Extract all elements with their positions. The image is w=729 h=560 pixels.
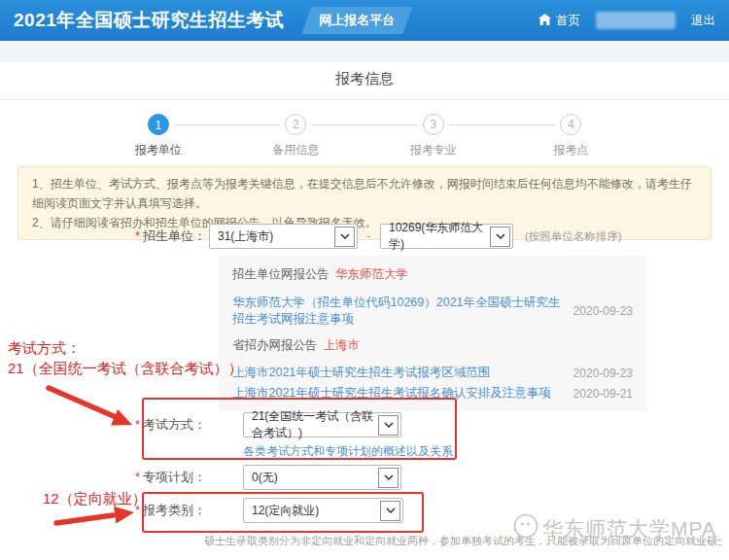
select-value: 31(上海市) <box>218 228 273 245</box>
username-blurred <box>596 12 676 29</box>
home-link-label: 首页 <box>556 13 580 29</box>
announcement-link[interactable]: 上海市2021年硕士研究生招生考试报名确认安排及注意事项 <box>232 385 551 402</box>
required-asterisk: * <box>135 470 140 484</box>
app-header: 2021年全国硕士研究生招生考试 网上报名平台 首页 退出 <box>0 0 729 41</box>
registration-page: 2021年全国硕士研究生招生考试 网上报名平台 首页 退出 报考信息 1 报考单… <box>0 0 729 560</box>
required-asterisk: * <box>135 228 140 243</box>
step-exam-site: 4 报考点 <box>503 114 641 158</box>
announcement-date: 2020-09-23 <box>573 367 633 380</box>
announcement-item: 上海市2021年硕士研究生招生考试报名确认安排及注意事项 2020-09-21 <box>232 385 633 402</box>
announcement-item: 华东师范大学（招生单位代码10269）2021年全国硕士研究生招生考试网报注意事… <box>232 295 633 328</box>
step-major: 3 报考专业 <box>364 114 503 158</box>
select-value: 0(无) <box>252 470 278 486</box>
step-circle: 3 <box>423 114 444 135</box>
step-circle: 4 <box>560 114 581 135</box>
recruit-province-select[interactable]: 31(上海市) <box>209 224 358 249</box>
recruit-unit-select[interactable]: 10269(华东师范大学) <box>380 224 513 249</box>
notice-line-1: 1、招生单位、考试方式、报考点等为报考关键信息，在提交信息后不允许修改，网报时间… <box>32 174 697 213</box>
select-value: 12(定向就业) <box>252 503 319 519</box>
recruit-unit-label: *招生单位： <box>0 224 206 249</box>
chevron-down-icon <box>490 227 510 247</box>
step-label: 报考专业 <box>364 142 503 158</box>
chevron-down-icon <box>378 468 399 488</box>
sort-note: (按照单位名称排序) <box>525 224 622 249</box>
announcement-title: 招生单位网报公告华东师范大学 <box>232 266 633 283</box>
wizard-stepper: 1 报考单位 2 备用信息 3 报考专业 4 报考点 <box>89 114 640 158</box>
watermark-text: 华东师范大学MPA <box>542 515 716 542</box>
announcement-link[interactable]: 上海市2021年硕士研究生招生考试报考区域范围 <box>232 365 490 381</box>
announcement-link[interactable]: 华东师范大学（招生单位代码10269）2021年全国硕士研究生招生考试网报注意事… <box>232 295 564 328</box>
step-label: 备用信息 <box>227 142 365 158</box>
special-plan-select[interactable]: 0(无) <box>243 465 401 490</box>
logout-link[interactable]: 退出 <box>691 13 715 29</box>
home-link[interactable]: 首页 <box>538 13 580 29</box>
announcement-highlight: 华东师范大学 <box>335 267 408 281</box>
province-announcement-block: 省招办网报公告上海市 上海市2021年硕士研究生招生考试报考区域范围 2020-… <box>219 327 646 411</box>
step-recruit-unit: 1 报考单位 <box>89 114 227 158</box>
home-icon <box>538 14 551 28</box>
announcement-title: 省招办网报公告上海市 <box>232 337 633 354</box>
step-label: 报考点 <box>503 142 641 158</box>
wechat-logo-icon <box>512 512 539 544</box>
platform-badge: 网上报名平台 <box>301 7 412 34</box>
unit-announcement-block: 招生单位网报公告华东师范大学 华东师范大学（招生单位代码10269）2021年全… <box>219 256 646 337</box>
announcement-date: 2020-09-21 <box>573 387 633 401</box>
header-nav: 首页 退出 <box>538 12 715 29</box>
chevron-down-icon <box>378 415 399 436</box>
dash-separator: - <box>366 224 370 249</box>
exam-mode-select[interactable]: 21(全国统一考试（含联合考试）) <box>243 412 401 438</box>
watermark: 华东师范大学MPA <box>512 512 716 544</box>
app-title: 2021年全国硕士研究生招生考试 <box>14 8 284 33</box>
announcement-highlight: 上海市 <box>324 338 361 352</box>
exam-mode-annotation: 考试方式： 21（全国统一考试（含联合考试）） <box>8 337 243 378</box>
subheader-strip <box>0 41 729 62</box>
select-value: 10269(华东师范大学) <box>389 220 490 253</box>
exam-mode-info-link[interactable]: 各类考试方式和专项计划的概述以及关系 <box>243 443 453 460</box>
step-backup-info: 2 备用信息 <box>227 114 365 158</box>
chevron-down-icon <box>334 227 355 247</box>
step-circle: 1 <box>148 114 169 135</box>
announcement-date: 2020-09-23 <box>573 304 633 318</box>
category-select[interactable]: 12(定向就业) <box>243 498 403 523</box>
announcement-item: 上海市2021年硕士研究生招生考试报考区域范围 2020-09-23 <box>232 365 633 381</box>
select-value: 21(全国统一考试（含联合考试）) <box>252 408 378 441</box>
required-asterisk: * <box>135 417 140 432</box>
title-divider <box>0 99 729 100</box>
step-label: 报考单位 <box>89 142 227 158</box>
category-annotation: 12（定向就业） <box>43 488 147 508</box>
exam-mode-label: *考试方式： <box>0 412 206 438</box>
special-plan-label: *专项计划： <box>0 465 206 490</box>
step-circle: 2 <box>285 114 306 135</box>
chevron-down-icon <box>380 501 400 521</box>
page-title: 报考信息 <box>0 70 729 88</box>
